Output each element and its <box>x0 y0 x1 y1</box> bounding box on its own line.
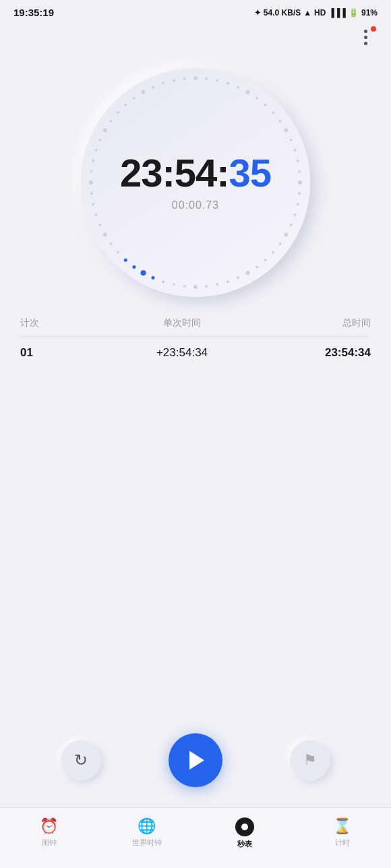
svg-point-17 <box>297 203 299 205</box>
nav-item-stopwatch[interactable]: 秒表 <box>196 815 293 849</box>
reset-button[interactable]: ↺ <box>61 740 101 780</box>
svg-point-20 <box>284 233 288 237</box>
nav-label-worldclock: 世界时钟 <box>132 838 162 848</box>
svg-point-38 <box>117 251 119 254</box>
nav-label-timer: 计时 <box>335 838 350 848</box>
svg-point-26 <box>237 277 239 279</box>
bottom-nav: ⏰ 闹钟 🌐 世界时钟 秒表 ⌛ 计时 <box>0 807 391 868</box>
menu-button[interactable] <box>353 25 378 49</box>
svg-point-0 <box>193 76 198 80</box>
svg-point-49 <box>98 139 101 141</box>
reset-icon: ↺ <box>74 751 88 770</box>
lap-total-time: 23:54:34 <box>303 346 371 360</box>
svg-point-53 <box>124 104 127 106</box>
notification-dot <box>371 26 376 32</box>
svg-point-9 <box>278 120 281 123</box>
stopwatch-icon <box>235 817 254 836</box>
svg-point-11 <box>290 139 293 141</box>
svg-point-18 <box>293 213 296 216</box>
status-bar: 19:35:19 ✦ 54.0 KB/S ▲ HD ▐▐▐ 🔋 91% <box>0 0 391 22</box>
svg-point-51 <box>110 120 113 123</box>
nav-label-alarm: 闹钟 <box>42 838 57 848</box>
svg-point-7 <box>264 104 267 106</box>
play-button[interactable] <box>169 733 222 787</box>
svg-point-13 <box>297 160 299 162</box>
svg-point-44 <box>90 192 93 195</box>
svg-point-39 <box>110 242 113 245</box>
svg-point-50 <box>103 129 107 133</box>
svg-point-58 <box>173 79 175 81</box>
svg-point-23 <box>264 259 267 261</box>
svg-point-42 <box>95 213 98 216</box>
nav-item-worldclock[interactable]: 🌐 世界时钟 <box>98 815 196 848</box>
svg-point-32 <box>173 283 175 286</box>
controls-area: ↺ ⚑ <box>0 720 391 807</box>
play-icon <box>189 751 204 770</box>
globe-icon: 🌐 <box>138 817 156 835</box>
svg-point-52 <box>117 111 119 114</box>
nav-item-alarm[interactable]: ⏰ 闹钟 <box>0 815 98 848</box>
lap-number: 01 <box>20 346 61 360</box>
svg-point-48 <box>95 149 98 152</box>
svg-point-29 <box>205 285 208 288</box>
svg-point-12 <box>293 149 296 152</box>
svg-point-36 <box>132 265 136 269</box>
svg-point-5 <box>246 90 250 94</box>
flag-icon: ⚑ <box>303 752 317 769</box>
svg-point-21 <box>278 242 281 245</box>
svg-point-55 <box>142 90 146 94</box>
wifi-icon: ▲ <box>303 8 311 18</box>
svg-point-30 <box>193 285 198 289</box>
svg-point-22 <box>272 251 274 254</box>
svg-point-31 <box>183 285 186 288</box>
svg-point-14 <box>298 170 301 173</box>
menu-dot-3 <box>364 42 367 45</box>
svg-point-37 <box>124 259 127 262</box>
svg-point-35 <box>141 270 146 275</box>
svg-point-15 <box>298 180 302 185</box>
lap-table: 计次 单次时间 总时间 01 +23:54:34 23:54:34 <box>0 304 391 376</box>
svg-point-3 <box>227 82 229 85</box>
svg-point-2 <box>216 79 218 81</box>
svg-point-4 <box>237 86 239 88</box>
table-row: 01 +23:54:34 23:54:34 <box>20 337 371 369</box>
svg-point-25 <box>246 271 250 275</box>
network-speed: 54.0 KB/S <box>264 8 301 18</box>
svg-point-41 <box>98 224 101 226</box>
clock-circle: 23:54:35 00:00.73 <box>81 68 310 297</box>
alarm-icon: ⏰ <box>40 817 58 835</box>
svg-point-19 <box>290 224 293 226</box>
svg-point-27 <box>227 280 229 283</box>
main-content: 19:35:19 ✦ 54.0 KB/S ▲ HD ▐▐▐ 🔋 91% <box>0 0 391 807</box>
status-time: 19:35:19 <box>13 7 54 18</box>
lap-table-header: 计次 单次时间 总时间 <box>20 317 371 337</box>
svg-point-24 <box>255 265 258 268</box>
svg-point-16 <box>298 192 301 195</box>
signal-icon: ▐▐▐ <box>328 8 346 18</box>
spacer <box>0 376 391 720</box>
svg-point-46 <box>90 170 93 173</box>
col-single-time: 单次时间 <box>61 317 303 329</box>
svg-point-54 <box>133 97 136 100</box>
battery-icon: 🔋 <box>349 8 359 18</box>
svg-point-28 <box>216 283 218 286</box>
nav-label-stopwatch: 秒表 <box>237 839 252 849</box>
svg-point-47 <box>92 160 94 162</box>
menu-dot-2 <box>364 36 367 39</box>
svg-point-59 <box>183 77 186 80</box>
svg-point-6 <box>255 97 258 100</box>
svg-point-1 <box>205 77 208 80</box>
svg-point-56 <box>152 86 154 88</box>
header <box>0 22 391 55</box>
timer-icon: ⌛ <box>333 817 351 835</box>
battery-level: 91% <box>361 8 378 18</box>
svg-point-57 <box>162 82 164 85</box>
stopwatch-inner <box>241 824 248 830</box>
svg-point-33 <box>162 280 164 283</box>
svg-point-43 <box>92 203 94 205</box>
nav-item-timer[interactable]: ⌛ 计时 <box>293 815 391 848</box>
bluetooth-icon: ✦ <box>254 8 261 18</box>
dots-ring <box>81 68 310 297</box>
lap-button[interactable]: ⚑ <box>290 740 330 780</box>
svg-point-45 <box>89 180 93 185</box>
